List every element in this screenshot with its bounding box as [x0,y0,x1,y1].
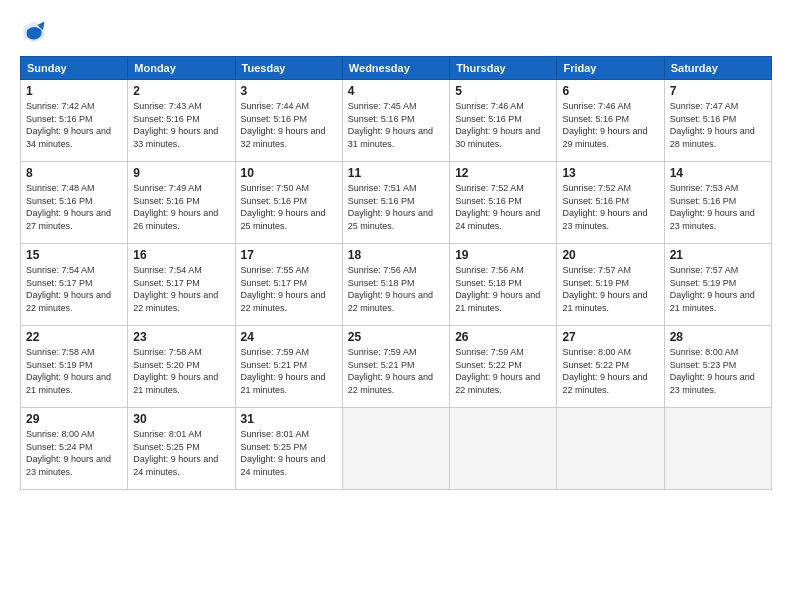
day-number: 24 [241,330,337,344]
day-detail: Sunrise: 7:48 AMSunset: 5:16 PMDaylight:… [26,182,122,232]
empty-cell [342,408,449,490]
day-number: 17 [241,248,337,262]
table-row: 23Sunrise: 7:58 AMSunset: 5:20 PMDayligh… [128,326,235,408]
table-row: 14Sunrise: 7:53 AMSunset: 5:16 PMDayligh… [664,162,771,244]
logo-icon [20,18,48,46]
day-number: 23 [133,330,229,344]
day-number: 22 [26,330,122,344]
day-detail: Sunrise: 7:44 AMSunset: 5:16 PMDaylight:… [241,100,337,150]
day-number: 12 [455,166,551,180]
day-number: 1 [26,84,122,98]
day-number: 5 [455,84,551,98]
day-detail: Sunrise: 7:52 AMSunset: 5:16 PMDaylight:… [455,182,551,232]
day-number: 4 [348,84,444,98]
table-row: 28Sunrise: 8:00 AMSunset: 5:23 PMDayligh… [664,326,771,408]
table-row: 20Sunrise: 7:57 AMSunset: 5:19 PMDayligh… [557,244,664,326]
day-number: 20 [562,248,658,262]
empty-cell [664,408,771,490]
table-row: 19Sunrise: 7:56 AMSunset: 5:18 PMDayligh… [450,244,557,326]
day-number: 14 [670,166,766,180]
day-detail: Sunrise: 7:52 AMSunset: 5:16 PMDaylight:… [562,182,658,232]
day-detail: Sunrise: 7:42 AMSunset: 5:16 PMDaylight:… [26,100,122,150]
day-detail: Sunrise: 8:00 AMSunset: 5:23 PMDaylight:… [670,346,766,396]
col-friday: Friday [557,57,664,80]
day-number: 9 [133,166,229,180]
calendar-row: 22Sunrise: 7:58 AMSunset: 5:19 PMDayligh… [21,326,772,408]
col-sunday: Sunday [21,57,128,80]
day-detail: Sunrise: 7:54 AMSunset: 5:17 PMDaylight:… [133,264,229,314]
day-detail: Sunrise: 8:01 AMSunset: 5:25 PMDaylight:… [241,428,337,478]
table-row: 15Sunrise: 7:54 AMSunset: 5:17 PMDayligh… [21,244,128,326]
table-row: 30Sunrise: 8:01 AMSunset: 5:25 PMDayligh… [128,408,235,490]
table-row: 17Sunrise: 7:55 AMSunset: 5:17 PMDayligh… [235,244,342,326]
day-number: 16 [133,248,229,262]
table-row: 27Sunrise: 8:00 AMSunset: 5:22 PMDayligh… [557,326,664,408]
day-number: 7 [670,84,766,98]
table-row: 7Sunrise: 7:47 AMSunset: 5:16 PMDaylight… [664,80,771,162]
calendar-header-row: Sunday Monday Tuesday Wednesday Thursday… [21,57,772,80]
table-row: 24Sunrise: 7:59 AMSunset: 5:21 PMDayligh… [235,326,342,408]
day-number: 26 [455,330,551,344]
day-detail: Sunrise: 8:00 AMSunset: 5:24 PMDaylight:… [26,428,122,478]
page: Sunday Monday Tuesday Wednesday Thursday… [0,0,792,612]
day-detail: Sunrise: 7:54 AMSunset: 5:17 PMDaylight:… [26,264,122,314]
calendar-row: 8Sunrise: 7:48 AMSunset: 5:16 PMDaylight… [21,162,772,244]
day-number: 11 [348,166,444,180]
day-detail: Sunrise: 7:58 AMSunset: 5:20 PMDaylight:… [133,346,229,396]
day-number: 18 [348,248,444,262]
day-detail: Sunrise: 7:46 AMSunset: 5:16 PMDaylight:… [455,100,551,150]
table-row: 4Sunrise: 7:45 AMSunset: 5:16 PMDaylight… [342,80,449,162]
day-detail: Sunrise: 7:56 AMSunset: 5:18 PMDaylight:… [455,264,551,314]
logo [20,18,52,46]
day-number: 6 [562,84,658,98]
col-tuesday: Tuesday [235,57,342,80]
day-detail: Sunrise: 7:55 AMSunset: 5:17 PMDaylight:… [241,264,337,314]
col-thursday: Thursday [450,57,557,80]
day-number: 10 [241,166,337,180]
col-monday: Monday [128,57,235,80]
table-row: 26Sunrise: 7:59 AMSunset: 5:22 PMDayligh… [450,326,557,408]
day-number: 31 [241,412,337,426]
calendar-row: 1Sunrise: 7:42 AMSunset: 5:16 PMDaylight… [21,80,772,162]
table-row: 1Sunrise: 7:42 AMSunset: 5:16 PMDaylight… [21,80,128,162]
table-row: 16Sunrise: 7:54 AMSunset: 5:17 PMDayligh… [128,244,235,326]
table-row: 29Sunrise: 8:00 AMSunset: 5:24 PMDayligh… [21,408,128,490]
table-row: 9Sunrise: 7:49 AMSunset: 5:16 PMDaylight… [128,162,235,244]
day-number: 13 [562,166,658,180]
day-detail: Sunrise: 7:58 AMSunset: 5:19 PMDaylight:… [26,346,122,396]
day-detail: Sunrise: 7:59 AMSunset: 5:21 PMDaylight:… [348,346,444,396]
table-row: 10Sunrise: 7:50 AMSunset: 5:16 PMDayligh… [235,162,342,244]
day-detail: Sunrise: 7:59 AMSunset: 5:22 PMDaylight:… [455,346,551,396]
table-row: 5Sunrise: 7:46 AMSunset: 5:16 PMDaylight… [450,80,557,162]
day-number: 30 [133,412,229,426]
day-detail: Sunrise: 7:53 AMSunset: 5:16 PMDaylight:… [670,182,766,232]
day-number: 2 [133,84,229,98]
day-detail: Sunrise: 7:57 AMSunset: 5:19 PMDaylight:… [562,264,658,314]
day-number: 3 [241,84,337,98]
day-detail: Sunrise: 7:56 AMSunset: 5:18 PMDaylight:… [348,264,444,314]
table-row: 8Sunrise: 7:48 AMSunset: 5:16 PMDaylight… [21,162,128,244]
empty-cell [450,408,557,490]
table-row: 21Sunrise: 7:57 AMSunset: 5:19 PMDayligh… [664,244,771,326]
table-row: 13Sunrise: 7:52 AMSunset: 5:16 PMDayligh… [557,162,664,244]
day-detail: Sunrise: 7:51 AMSunset: 5:16 PMDaylight:… [348,182,444,232]
day-number: 29 [26,412,122,426]
table-row: 11Sunrise: 7:51 AMSunset: 5:16 PMDayligh… [342,162,449,244]
day-detail: Sunrise: 7:47 AMSunset: 5:16 PMDaylight:… [670,100,766,150]
table-row: 25Sunrise: 7:59 AMSunset: 5:21 PMDayligh… [342,326,449,408]
calendar-row: 15Sunrise: 7:54 AMSunset: 5:17 PMDayligh… [21,244,772,326]
calendar-table: Sunday Monday Tuesday Wednesday Thursday… [20,56,772,490]
table-row: 22Sunrise: 7:58 AMSunset: 5:19 PMDayligh… [21,326,128,408]
table-row: 6Sunrise: 7:46 AMSunset: 5:16 PMDaylight… [557,80,664,162]
col-saturday: Saturday [664,57,771,80]
calendar-row: 29Sunrise: 8:00 AMSunset: 5:24 PMDayligh… [21,408,772,490]
page-header [20,18,772,46]
table-row: 2Sunrise: 7:43 AMSunset: 5:16 PMDaylight… [128,80,235,162]
table-row: 31Sunrise: 8:01 AMSunset: 5:25 PMDayligh… [235,408,342,490]
day-number: 19 [455,248,551,262]
day-number: 28 [670,330,766,344]
table-row: 18Sunrise: 7:56 AMSunset: 5:18 PMDayligh… [342,244,449,326]
day-detail: Sunrise: 7:57 AMSunset: 5:19 PMDaylight:… [670,264,766,314]
col-wednesday: Wednesday [342,57,449,80]
day-detail: Sunrise: 7:59 AMSunset: 5:21 PMDaylight:… [241,346,337,396]
